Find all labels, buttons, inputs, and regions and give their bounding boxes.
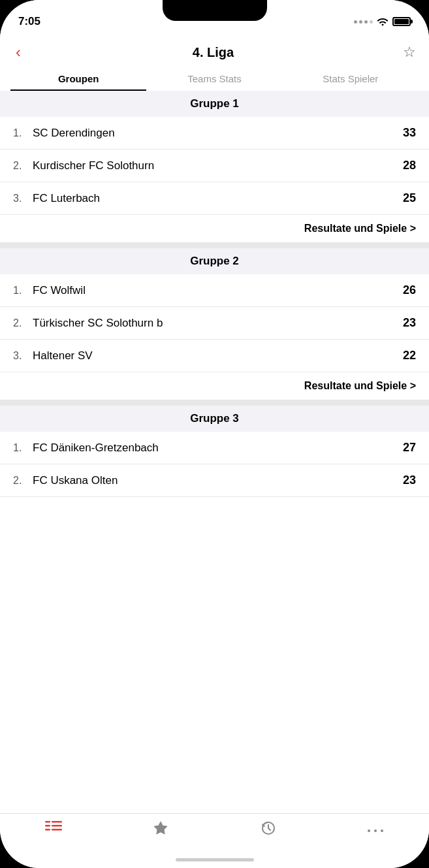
- team-name: FC Wolfwil: [33, 284, 403, 297]
- results-link-1[interactable]: Resultate und Spiele >: [0, 215, 429, 243]
- team-name: Haltener SV: [33, 349, 403, 362]
- back-button[interactable]: ‹: [13, 40, 24, 64]
- battery-fill: [394, 19, 409, 24]
- table-row[interactable]: 1. FC Däniken-Gretzenbach 27: [0, 432, 429, 464]
- tab-groupen[interactable]: Groupen: [10, 67, 146, 91]
- table-row[interactable]: 3. Haltener SV 22: [0, 340, 429, 372]
- table-row[interactable]: 3. FC Luterbach 25: [0, 182, 429, 215]
- team-score: 25: [403, 191, 416, 205]
- team-score: 33: [403, 126, 416, 140]
- more-icon: [368, 820, 383, 837]
- status-time: 7:05: [18, 15, 40, 28]
- team-score: 22: [403, 349, 416, 362]
- content-area: Gruppe 1 1. SC Derendingen 33 2. Kurdisc…: [0, 91, 429, 813]
- results-link-text: Resultate und Spiele >: [304, 223, 416, 234]
- bottom-tab-list[interactable]: [0, 820, 107, 839]
- group-separator-2: [0, 400, 429, 406]
- table-row[interactable]: 1. SC Derendingen 33: [0, 117, 429, 150]
- home-indicator: [176, 858, 254, 861]
- nav-header: ‹ 4. Liga ☆: [0, 35, 429, 64]
- team-name: FC Luterbach: [33, 192, 403, 205]
- team-name: FC Däniken-Gretzenbach: [33, 442, 403, 455]
- bottom-tab-more[interactable]: [322, 820, 429, 837]
- team-rank: 1.: [13, 127, 29, 139]
- table-row[interactable]: 2. FC Uskana Olten 23: [0, 464, 429, 497]
- team-rank: 2.: [13, 475, 29, 487]
- gruppe-2-header: Gruppe 2: [0, 248, 429, 274]
- status-icons: [354, 16, 411, 27]
- results-link-2[interactable]: Resultate und Spiele >: [0, 372, 429, 400]
- team-rank: 1.: [13, 285, 29, 297]
- signal-dot-3: [364, 20, 368, 24]
- group-separator-1: [0, 243, 429, 248]
- team-rank: 3.: [13, 350, 29, 362]
- table-row[interactable]: 2. Kurdischer FC Solothurn 28: [0, 150, 429, 182]
- page-title: 4. Liga: [193, 45, 234, 60]
- team-rank: 2.: [13, 317, 29, 329]
- bottom-tab-history[interactable]: [215, 820, 322, 840]
- svg-rect-5: [52, 829, 62, 831]
- table-row[interactable]: 1. FC Wolfwil 26: [0, 274, 429, 307]
- svg-point-9: [381, 829, 383, 832]
- gruppe-3-header: Gruppe 3: [0, 406, 429, 432]
- star-icon: [153, 820, 168, 840]
- signal-dot-2: [359, 20, 362, 24]
- results-link-text: Resultate und Spiele >: [304, 380, 416, 392]
- tab-stats-spieler[interactable]: Stats Spieler: [283, 67, 419, 91]
- list-icon: [45, 820, 62, 839]
- battery-icon: [392, 17, 411, 26]
- svg-point-7: [368, 829, 370, 832]
- svg-rect-3: [52, 821, 62, 823]
- favorite-button[interactable]: ☆: [403, 44, 416, 61]
- wifi-icon: [377, 16, 389, 27]
- team-rank: 2.: [13, 160, 29, 172]
- signal-dot-1: [354, 20, 357, 24]
- team-name: Kurdischer FC Solothurn: [33, 159, 403, 172]
- team-name: FC Uskana Olten: [33, 474, 403, 487]
- team-rank: 3.: [13, 193, 29, 204]
- team-score: 28: [403, 159, 416, 172]
- svg-rect-1: [45, 825, 50, 827]
- svg-rect-4: [52, 825, 62, 827]
- svg-rect-0: [45, 821, 50, 823]
- team-score: 23: [403, 474, 416, 487]
- history-icon: [261, 820, 276, 840]
- team-rank: 1.: [13, 442, 29, 454]
- svg-rect-2: [45, 829, 50, 831]
- svg-point-8: [374, 829, 377, 832]
- gruppe-1-header: Gruppe 1: [0, 91, 429, 117]
- group-2: Gruppe 2 1. FC Wolfwil 26 2. Türkischer …: [0, 248, 429, 400]
- tab-bar: Groupen Teams Stats Stats Spieler: [0, 67, 429, 91]
- tab-teams-stats[interactable]: Teams Stats: [146, 67, 282, 91]
- team-score: 26: [403, 283, 416, 297]
- bottom-tab-favorites[interactable]: [107, 820, 214, 840]
- team-score: 23: [403, 316, 416, 330]
- team-score: 27: [403, 441, 416, 455]
- notch: [163, 0, 267, 21]
- group-1: Gruppe 1 1. SC Derendingen 33 2. Kurdisc…: [0, 91, 429, 243]
- signal-dots: [354, 20, 373, 24]
- group-3: Gruppe 3 1. FC Däniken-Gretzenbach 27 2.…: [0, 406, 429, 497]
- team-name: Türkischer SC Solothurn b: [33, 317, 403, 330]
- table-row[interactable]: 2. Türkischer SC Solothurn b 23: [0, 307, 429, 340]
- team-name: SC Derendingen: [33, 127, 403, 140]
